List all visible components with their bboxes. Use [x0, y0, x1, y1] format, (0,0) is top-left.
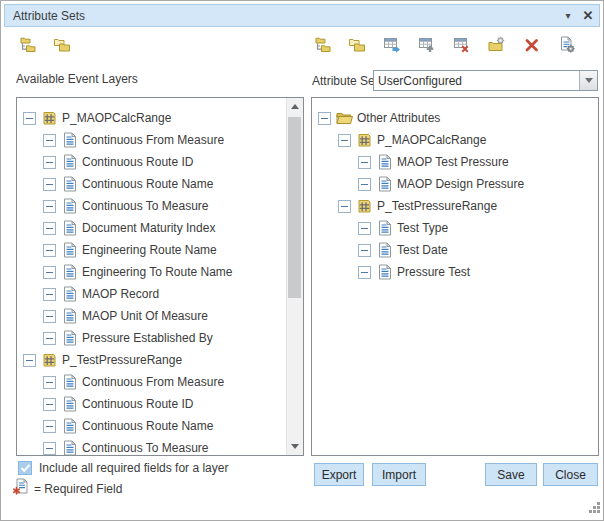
- field-doc-icon: [60, 264, 79, 280]
- collapse-toggle-icon[interactable]: [43, 200, 56, 213]
- delete-x-icon[interactable]: [522, 35, 541, 54]
- tree-item[interactable]: Test Date: [312, 239, 598, 261]
- collapse-toggle-icon[interactable]: [43, 266, 56, 279]
- collapse-toggle-icon[interactable]: [43, 376, 56, 389]
- resize-grip[interactable]: [588, 500, 601, 518]
- tree-item[interactable]: Continuous Route ID: [17, 151, 286, 173]
- attribute-set-combobox[interactable]: UserConfigured: [373, 70, 598, 91]
- collapse-toggle-icon[interactable]: [358, 222, 371, 235]
- layer-tree-icon[interactable]: [312, 35, 331, 54]
- tree-item[interactable]: MAOP Unit Of Measure: [17, 305, 286, 327]
- field-doc-icon: [375, 154, 394, 170]
- collapse-toggle-icon[interactable]: [358, 244, 371, 257]
- field-doc-icon: [375, 176, 394, 192]
- field-doc-icon: [60, 154, 79, 170]
- collapse-toggle-icon[interactable]: [338, 134, 351, 147]
- left-tree-scrollbar[interactable]: [286, 98, 303, 455]
- copy-folders-icon[interactable]: [52, 35, 71, 54]
- save-button[interactable]: Save: [485, 463, 537, 486]
- tree-item[interactable]: Continuous Route Name: [17, 173, 286, 195]
- collapse-toggle-icon[interactable]: [43, 398, 56, 411]
- collapse-toggle-icon[interactable]: [358, 156, 371, 169]
- collapse-toggle-icon[interactable]: [43, 156, 56, 169]
- collapse-toggle-icon[interactable]: [43, 134, 56, 147]
- collapse-toggle-icon[interactable]: [23, 354, 36, 367]
- dock-menu-icon[interactable]: ▾: [559, 10, 577, 21]
- table-delete-icon[interactable]: [452, 35, 471, 54]
- document-gear-icon[interactable]: [557, 35, 576, 54]
- tree-item[interactable]: Pressure Test: [312, 261, 598, 283]
- tree-item[interactable]: Pressure Established By: [17, 327, 286, 349]
- close-icon[interactable]: ✕: [577, 8, 599, 23]
- tree-item[interactable]: Continuous From Measure: [17, 129, 286, 151]
- table-add-icon[interactable]: [417, 35, 436, 54]
- field-doc-icon: [60, 242, 79, 258]
- collapse-toggle-icon[interactable]: [43, 178, 56, 191]
- scroll-down-button[interactable]: [287, 438, 303, 455]
- tree-item[interactable]: Continuous From Measure: [17, 371, 286, 393]
- arrow-up-icon: [291, 104, 299, 109]
- collapse-toggle-icon[interactable]: [43, 222, 56, 235]
- collapse-toggle-icon[interactable]: [358, 266, 371, 279]
- field-doc-icon: [375, 242, 394, 258]
- tree-item[interactable]: Test Type: [312, 217, 598, 239]
- tree-item[interactable]: P_MAOPCalcRange: [17, 107, 286, 129]
- tree-item[interactable]: P_MAOPCalcRange: [312, 129, 598, 151]
- collapse-toggle-icon[interactable]: [358, 178, 371, 191]
- close-button[interactable]: Close: [543, 463, 598, 486]
- field-doc-icon: [60, 440, 79, 456]
- available-layers-tree-panel: P_MAOPCalcRangeContinuous From MeasureCo…: [16, 97, 304, 456]
- toolbar-right: [312, 35, 576, 54]
- tree-item[interactable]: P_TestPressureRange: [312, 195, 598, 217]
- tree-item-label: Engineering Route Name: [82, 243, 217, 257]
- window-title: Attribute Sets: [5, 9, 559, 23]
- tree-item[interactable]: Engineering Route Name: [17, 239, 286, 261]
- field-doc-icon: [60, 330, 79, 346]
- collapse-toggle-icon[interactable]: [23, 112, 36, 125]
- tree-item-label: Continuous Route Name: [82, 177, 213, 191]
- tree-item[interactable]: Continuous To Measure: [17, 195, 286, 217]
- export-button[interactable]: Export: [314, 463, 364, 486]
- tree-item[interactable]: P_TestPressureRange: [17, 349, 286, 371]
- required-field-legend: = Required Field: [34, 482, 122, 496]
- table-export-icon[interactable]: [382, 35, 401, 54]
- tree-item[interactable]: MAOP Record: [17, 283, 286, 305]
- tree-item-label: Test Type: [397, 221, 448, 235]
- folder-gear-icon[interactable]: [487, 35, 506, 54]
- collapse-toggle-icon[interactable]: [43, 332, 56, 345]
- chevron-down-icon: [585, 78, 593, 83]
- field-doc-icon: [60, 308, 79, 324]
- layer-tree-icon[interactable]: [17, 35, 36, 54]
- tree-item-label: Continuous Route Name: [82, 419, 213, 433]
- tree-item[interactable]: Other Attributes: [312, 107, 598, 129]
- import-button[interactable]: Import: [372, 463, 426, 486]
- tree-item[interactable]: Engineering To Route Name: [17, 261, 286, 283]
- collapse-toggle-icon[interactable]: [43, 288, 56, 301]
- collapse-toggle-icon[interactable]: [43, 420, 56, 433]
- tree-item[interactable]: Continuous To Measure: [17, 437, 286, 456]
- collapse-toggle-icon[interactable]: [43, 244, 56, 257]
- include-required-fields-checkbox[interactable]: [18, 461, 32, 475]
- collapse-toggle-icon[interactable]: [43, 442, 56, 455]
- attribute-set-label: Attribute Set:: [312, 74, 381, 88]
- tree-item[interactable]: Continuous Route ID: [17, 393, 286, 415]
- tree-item[interactable]: Continuous Route Name: [17, 415, 286, 437]
- titlebar[interactable]: Attribute Sets ▾ ✕: [4, 4, 600, 27]
- collapse-toggle-icon[interactable]: [43, 310, 56, 323]
- copy-folders-icon[interactable]: [347, 35, 366, 54]
- scroll-up-button[interactable]: [287, 98, 303, 115]
- tree-item-label: Continuous Route ID: [82, 397, 193, 411]
- tree-item[interactable]: MAOP Design Pressure: [312, 173, 598, 195]
- tree-item-label: Continuous To Measure: [82, 441, 209, 455]
- tree-item[interactable]: Document Maturity Index: [17, 217, 286, 239]
- collapse-toggle-icon[interactable]: [338, 200, 351, 213]
- collapse-toggle-icon[interactable]: [318, 112, 331, 125]
- scrollbar-thumb[interactable]: [288, 117, 301, 298]
- tree-item[interactable]: MAOP Test Pressure: [312, 151, 598, 173]
- tree-item-label: MAOP Design Pressure: [397, 177, 524, 191]
- tree-item-label: Other Attributes: [357, 111, 440, 125]
- combo-dropdown-button[interactable]: [579, 71, 597, 90]
- field-doc-icon: [60, 396, 79, 412]
- tree-item-label: Engineering To Route Name: [82, 265, 233, 279]
- check-icon: [20, 463, 31, 473]
